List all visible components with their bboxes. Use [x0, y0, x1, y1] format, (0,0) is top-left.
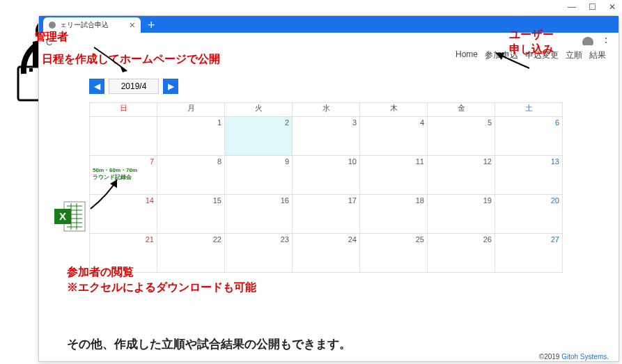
- calendar-cell[interactable]: 22: [157, 234, 225, 273]
- svg-text:X: X: [59, 210, 66, 222]
- dow-tue: 火: [225, 103, 293, 117]
- annotation-viewer: 参加者の閲覧: [67, 265, 134, 280]
- dow-fri: 金: [428, 103, 495, 117]
- calendar-cell[interactable]: 8: [157, 156, 225, 195]
- calendar-cell[interactable]: 15: [157, 195, 225, 234]
- day-number: 3: [295, 118, 357, 127]
- annotation-admin: 管理者: [35, 30, 68, 45]
- annotation-excel: ※エクセルによるダウンロードも可能: [67, 280, 256, 295]
- dow-wed: 水: [293, 103, 360, 117]
- calendar-cell[interactable]: 4: [360, 117, 428, 156]
- day-number: 21: [93, 235, 154, 244]
- calendar-row: 21222324252627: [90, 234, 563, 273]
- calendar-cell[interactable]: 10: [293, 156, 360, 195]
- footer-link[interactable]: Gitoh Systems.: [561, 353, 609, 361]
- nav-result[interactable]: 結果: [589, 49, 606, 61]
- calendar-cell[interactable]: 16: [225, 195, 293, 234]
- day-number: 24: [295, 235, 357, 244]
- calendar-cell[interactable]: 6: [495, 117, 563, 156]
- nav-home[interactable]: Home: [456, 49, 478, 61]
- annotation-publish: 日程を作成してホームページで公開: [42, 52, 220, 67]
- calendar-cell[interactable]: 25: [360, 234, 428, 273]
- footer: ©2019 Gitoh Systems.: [539, 353, 609, 361]
- calendar-cell[interactable]: 23: [225, 234, 293, 273]
- page-content: Home 参加申込 申込変更 立順 結果 ◀ 2019/4 ▶ 日 月 火 水 …: [39, 45, 619, 361]
- calendar-grid: 日 月 火 水 木 金 土 123456750m・60m・70m ラウンド記録会…: [89, 102, 563, 273]
- calendar-cell[interactable]: [90, 117, 157, 156]
- day-number: 8: [160, 157, 221, 166]
- calendar-cell[interactable]: 17: [293, 195, 360, 234]
- day-number: 17: [295, 196, 357, 205]
- day-number: 4: [363, 118, 424, 127]
- copyright-text: ©2019: [539, 353, 561, 361]
- day-number: 9: [228, 157, 289, 166]
- calendar-cell[interactable]: 24: [293, 234, 360, 273]
- day-number: 1: [160, 118, 221, 127]
- day-number: 6: [498, 118, 559, 127]
- day-number: 14: [93, 196, 154, 205]
- browser-window: — ☐ ✕ ェリー試合申込 × + C ⋮ Home 参加申込 申込変更 立順 …: [38, 15, 619, 362]
- annotation-other: その他、作成した立順や試合結果の公開もできます。: [67, 336, 351, 352]
- day-number: 13: [498, 157, 559, 166]
- calendar-body: 123456750m・60m・70m ラウンド記録会89101112131415…: [90, 117, 563, 273]
- day-number: 20: [498, 196, 559, 205]
- day-number: 2: [228, 118, 289, 127]
- calendar-cell[interactable]: 26: [428, 234, 495, 273]
- calendar-row: 750m・60m・70m ラウンド記録会8910111213: [90, 156, 563, 195]
- calendar-row: 123456: [90, 117, 563, 156]
- tab-favicon: [49, 22, 56, 29]
- day-number: 15: [160, 196, 221, 205]
- calendar-cell[interactable]: 18: [360, 195, 428, 234]
- day-number: 19: [430, 196, 492, 205]
- window-controls: — ☐ ✕: [568, 2, 616, 12]
- day-number: 16: [228, 196, 289, 205]
- day-number: 22: [160, 235, 221, 244]
- calendar-cell[interactable]: 12: [428, 156, 495, 195]
- day-number: 27: [498, 235, 559, 244]
- month-navigator: ◀ 2019/4 ▶: [89, 79, 178, 94]
- annotation-user: ユーザー 申し込み: [509, 28, 554, 57]
- day-number: 25: [363, 235, 424, 244]
- nav-order[interactable]: 立順: [566, 49, 582, 61]
- calendar-cell[interactable]: 14: [90, 195, 157, 234]
- day-number: 11: [363, 157, 424, 166]
- dow-thu: 木: [360, 103, 428, 117]
- calendar-cell[interactable]: 2: [225, 117, 293, 156]
- calendar-header-row: 日 月 火 水 木 金 土: [90, 103, 563, 117]
- day-number: 12: [430, 157, 492, 166]
- calendar-cell[interactable]: 13: [495, 156, 563, 195]
- prev-month-button[interactable]: ◀: [89, 79, 104, 94]
- excel-icon: X: [54, 200, 86, 232]
- calendar-cell[interactable]: 3: [293, 117, 360, 156]
- calendar-cell[interactable]: 1: [157, 117, 225, 156]
- svg-rect-2: [29, 68, 33, 72]
- tab-close-icon[interactable]: ×: [130, 19, 135, 31]
- calendar-cell[interactable]: 11: [360, 156, 428, 195]
- dow-sat: 土: [495, 103, 563, 117]
- calendar-cell[interactable]: 750m・60m・70m ラウンド記録会: [90, 156, 157, 195]
- day-number: 18: [363, 196, 424, 205]
- calendar-cell[interactable]: 19: [428, 195, 495, 234]
- dow-sun: 日: [90, 103, 157, 117]
- calendar-cell[interactable]: 27: [495, 234, 563, 273]
- day-number: 10: [295, 157, 357, 166]
- day-number: 5: [430, 118, 492, 127]
- calendar-cell[interactable]: 20: [495, 195, 563, 234]
- calendar-row: 14151617181920: [90, 195, 563, 234]
- new-tab-button[interactable]: +: [141, 18, 162, 33]
- window-maximize[interactable]: ☐: [589, 2, 596, 12]
- month-label: 2019/4: [109, 79, 159, 94]
- calendar-cell[interactable]: 5: [428, 117, 495, 156]
- dow-mon: 月: [157, 103, 225, 117]
- day-number: 26: [430, 235, 492, 244]
- calendar-event[interactable]: 50m・60m・70m ラウンド記録会: [93, 167, 154, 180]
- day-number: 7: [93, 157, 154, 166]
- calendar-cell[interactable]: 9: [225, 156, 293, 195]
- window-minimize[interactable]: —: [568, 2, 576, 12]
- day-number: 23: [228, 235, 289, 244]
- window-close[interactable]: ✕: [609, 2, 616, 12]
- next-month-button[interactable]: ▶: [163, 79, 178, 94]
- tab-title: ェリー試合申込: [60, 20, 109, 30]
